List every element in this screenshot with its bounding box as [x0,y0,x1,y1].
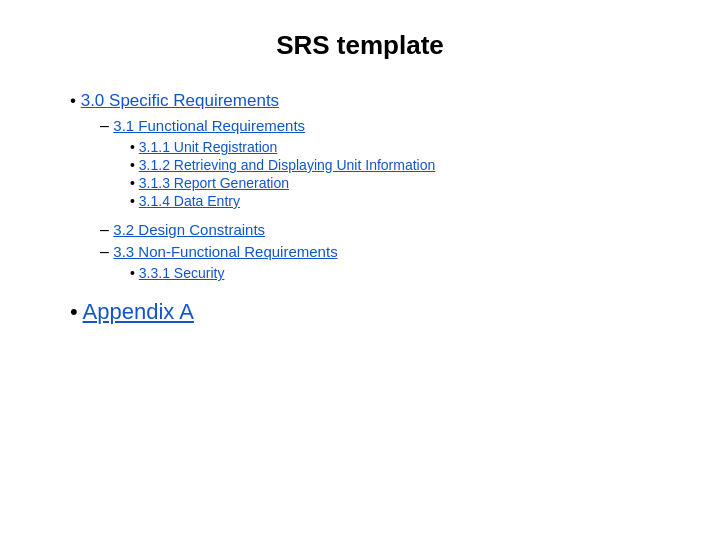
subsection-design-constraints: 3.2 Design Constraints [100,221,660,239]
list-item-unit-registration: 3.1.1 Unit Registration [130,139,660,155]
link-non-functional-requirements[interactable]: 3.3 Non-Functional Requirements [113,243,337,260]
section-appendix: Appendix A [70,299,660,325]
link-security[interactable]: 3.3.1 Security [139,265,225,281]
list-item-retrieving: 3.1.2 Retrieving and Displaying Unit Inf… [130,157,660,173]
link-unit-registration[interactable]: 3.1.1 Unit Registration [139,139,278,155]
link-data-entry[interactable]: 3.1.4 Data Entry [139,193,240,209]
link-specific-requirements[interactable]: 3.0 Specific Requirements [81,91,279,110]
list-item-security: 3.3.1 Security [130,265,660,281]
main-content: 3.0 Specific Requirements 3.1 Functional… [60,91,660,343]
link-appendix-a[interactable]: Appendix A [83,299,194,324]
list-item-data-entry: 3.1.4 Data Entry [130,193,660,209]
functional-items-list: 3.1.1 Unit Registration 3.1.2 Retrieving… [130,139,660,209]
subsection-functional: 3.1 Functional Requirements 3.1.1 Unit R… [100,117,660,209]
section-specific-requirements: 3.0 Specific Requirements 3.1 Functional… [70,91,660,281]
subsection-non-functional: 3.3 Non-Functional Requirements 3.3.1 Se… [100,243,660,281]
link-functional-requirements[interactable]: 3.1 Functional Requirements [113,117,305,134]
non-functional-items-list: 3.3.1 Security [130,265,660,281]
link-design-constraints[interactable]: 3.2 Design Constraints [113,221,265,238]
link-retrieving[interactable]: 3.1.2 Retrieving and Displaying Unit Inf… [139,157,436,173]
link-report-generation[interactable]: 3.1.3 Report Generation [139,175,289,191]
subsections-list: 3.1 Functional Requirements 3.1.1 Unit R… [100,117,660,281]
page-title: SRS template [60,30,660,61]
list-item-report-generation: 3.1.3 Report Generation [130,175,660,191]
